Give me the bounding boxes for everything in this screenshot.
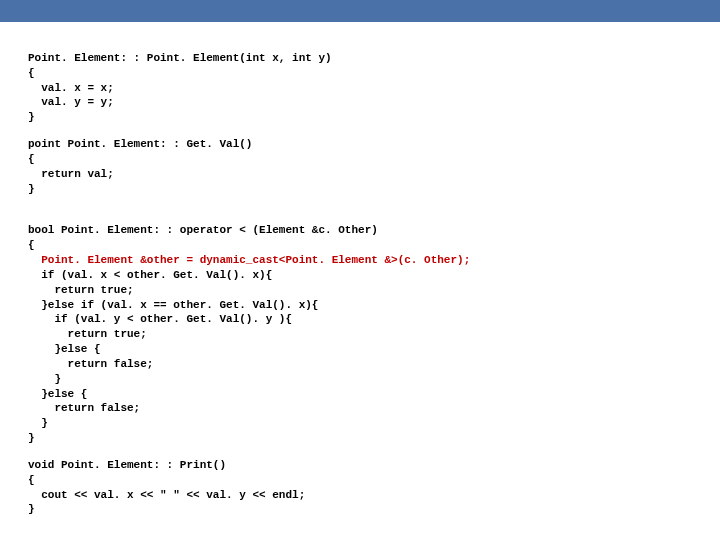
code-line: } [28,432,35,444]
code-line: { [28,474,35,486]
code-line: }else { [28,388,87,400]
code-line: return val; [28,168,114,180]
code-line: } [28,503,35,515]
code-line: if (val. x < other. Get. Val(). x){ [28,269,272,281]
code-line: } [28,373,61,385]
code-line: val. x = x; [28,82,114,94]
code-line: { [28,67,35,79]
code-line: return false; [28,358,153,370]
code-line: } [28,183,35,195]
getval-block: point Point. Element: : Get. Val() { ret… [28,137,720,196]
code-line: { [28,239,35,251]
code-line: bool Point. Element: : operator < (Eleme… [28,224,378,236]
slide-header-bar [0,0,720,22]
code-line: val. y = y; [28,96,114,108]
code-line: } [28,111,35,123]
constructor-block: Point. Element: : Point. Element(int x, … [28,51,720,125]
code-line: cout << val. x << " " << val. y << endl; [28,489,305,501]
code-line: return false; [28,402,140,414]
code-line: if (val. y < other. Get. Val(). y ){ [28,313,292,325]
code-line: }else if (val. x == other. Get. Val(). x… [28,299,318,311]
print-block: void Point. Element: : Print() { cout <<… [28,458,720,517]
highlighted-cast-line: Point. Element &other = dynamic_cast<Poi… [41,254,470,266]
code-line: Point. Element: : Point. Element(int x, … [28,52,332,64]
code-line: point Point. Element: : Get. Val() [28,138,252,150]
code-line: void Point. Element: : Print() [28,459,226,471]
code-indent [28,254,41,266]
code-line: return true; [28,328,147,340]
operator-lt-block: bool Point. Element: : operator < (Eleme… [28,223,720,446]
code-line: } [28,417,48,429]
code-block: Point. Element: : Point. Element(int x, … [0,22,720,532]
code-line: return true; [28,284,134,296]
code-line: }else { [28,343,101,355]
code-line: { [28,153,35,165]
